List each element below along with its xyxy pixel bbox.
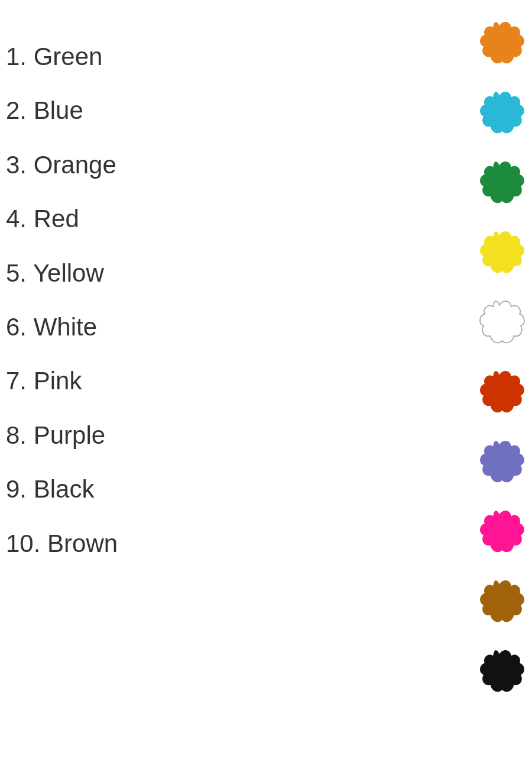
brown-blob-shape: [473, 576, 526, 632]
orange-blob-shape: [473, 18, 526, 73]
pink-blob-shape: [473, 506, 526, 562]
color-item-3: 3. Orange: [6, 138, 118, 192]
color-item-9: 9. Black: [6, 462, 118, 516]
color-item-4: 4. Red: [6, 192, 118, 246]
green-blob: [473, 150, 526, 220]
white-blob: [473, 290, 526, 360]
black-blob: [473, 639, 526, 709]
black-blob-shape: [473, 646, 526, 702]
color-item-8: 8. Purple: [6, 408, 118, 462]
brown-blob: [473, 569, 526, 639]
color-item-1: 1. Green: [6, 30, 118, 83]
green-blob-shape: [473, 157, 526, 213]
color-item-6: 6. White: [6, 300, 118, 354]
cyan-blob: [473, 80, 526, 150]
yellow-blob: [473, 220, 526, 290]
orange-blob: [473, 11, 526, 80]
red-orange-blob: [473, 360, 526, 430]
blobs-container: [473, 11, 526, 709]
color-item-7: 7. Pink: [6, 354, 118, 408]
yellow-blob-shape: [473, 227, 526, 283]
white-blob-shape: [473, 297, 526, 353]
pink-blob: [473, 499, 526, 569]
red-orange-blob-shape: [473, 367, 526, 422]
purple-blue-blob-shape: [473, 437, 526, 492]
color-list: 1. Green2. Blue3. Orange4. Red5. Yellow6…: [6, 30, 118, 570]
color-item-5: 5. Yellow: [6, 246, 118, 300]
color-item-2: 2. Blue: [6, 83, 118, 137]
color-item-10: 10. Brown: [6, 516, 118, 570]
purple-blue-blob: [473, 430, 526, 499]
cyan-blob-shape: [473, 88, 526, 143]
